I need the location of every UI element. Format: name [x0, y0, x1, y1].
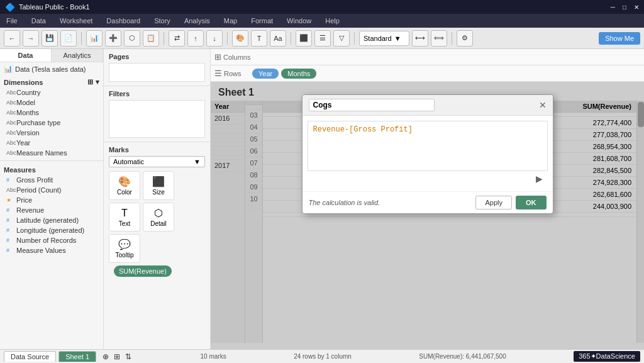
marks-type-label: Automatic: [113, 158, 144, 165]
text-icon: T: [121, 208, 128, 219]
swap-rows-cols-button[interactable]: ⇄: [169, 30, 185, 47]
sort-asc-button[interactable]: ↑: [187, 30, 204, 47]
title-bar-text: Tableau Public - Book1: [19, 3, 90, 11]
paste-button[interactable]: 📋: [143, 30, 159, 47]
marks-size-label: Size: [152, 189, 164, 196]
label-btn[interactable]: T: [251, 30, 267, 47]
title-bar: 🔷 Tableau Public - Book1 ─ □ ✕: [0, 0, 644, 14]
group-btn[interactable]: ⬛: [296, 30, 312, 47]
fit-width-button[interactable]: ⟷: [412, 30, 428, 47]
measure-latitude[interactable]: # Latitude (generated): [0, 215, 103, 225]
hash-icon: #: [6, 177, 14, 183]
year-pill[interactable]: Year: [252, 69, 279, 79]
sort-desc-button[interactable]: ↓: [206, 30, 223, 47]
dim-measure-names-label: Measure Names: [16, 149, 67, 157]
measure-gross-profit-label: Gross Profit: [16, 176, 53, 184]
measure-price-label: Price: [16, 196, 32, 204]
expand-dimensions-icon[interactable]: ▾: [96, 78, 99, 86]
save-button[interactable]: 💾: [42, 30, 58, 47]
fit-height-button[interactable]: ⟺: [431, 30, 447, 47]
filters-section: Filters: [104, 86, 210, 142]
dialog-title-input[interactable]: [309, 99, 435, 111]
menu-analysis[interactable]: Analysis: [182, 16, 213, 26]
measure-price[interactable]: ★ Price: [0, 195, 103, 205]
measure-revenue[interactable]: # Revenue: [0, 205, 103, 215]
measure-period-count[interactable]: Abc Period (Count): [0, 185, 103, 195]
measure-latitude-label: Latitude (generated): [16, 216, 79, 224]
apply-button[interactable]: Apply: [475, 196, 512, 209]
marks-detail-label: Detail: [150, 220, 167, 227]
expand-icon[interactable]: ▶: [536, 174, 543, 184]
minimize-button[interactable]: ─: [611, 4, 615, 11]
filter-btn[interactable]: ▽: [333, 30, 350, 47]
columns-label: ⊞ Columns: [214, 52, 252, 62]
dim-purchase-type[interactable]: Abc Purchase type: [0, 118, 103, 128]
dim-country[interactable]: Abc Country: [0, 87, 103, 98]
dim-model[interactable]: Abc Model: [0, 98, 103, 108]
tableau-icon: 🔷: [5, 3, 15, 12]
maximize-button[interactable]: □: [623, 4, 626, 11]
add-sheet-button[interactable]: ➕: [105, 30, 121, 47]
menu-worksheet[interactable]: Worksheet: [57, 16, 95, 26]
view-mode-dropdown[interactable]: Standard ▼: [359, 31, 409, 46]
toolbar-sep-3: [227, 32, 228, 45]
marks-type-dropdown[interactable]: Automatic ▼: [109, 156, 205, 167]
menu-story[interactable]: Story: [152, 16, 173, 26]
dim-months[interactable]: Abc Months: [0, 108, 103, 118]
months-pill[interactable]: Months: [281, 69, 316, 79]
bottom-bar: Data Source Sheet 1 ⊕ ⊞ ⇅ 10 marks 24 ro…: [0, 349, 644, 363]
marks-tooltip-btn[interactable]: 💬 Tooltip: [109, 234, 140, 263]
new-button[interactable]: 📄: [60, 30, 77, 47]
measure-num-records[interactable]: # Number of Records: [0, 235, 103, 245]
star-icon: ★: [6, 197, 14, 203]
columns-shelf: ⊞ Columns: [211, 49, 644, 65]
menu-map[interactable]: Map: [221, 16, 240, 26]
sort-sheet-icon[interactable]: ⇅: [124, 351, 133, 362]
dim-version[interactable]: Abc Version: [0, 128, 103, 138]
tab-analytics[interactable]: Analytics: [52, 49, 103, 62]
menu-format[interactable]: Format: [248, 16, 275, 26]
menu-window[interactable]: Window: [284, 16, 314, 26]
calculated-field-dialog: ✕ Revenue-[Gross Profit] ▶ The calculati…: [302, 94, 553, 214]
connect-data-button[interactable]: 📊: [86, 30, 103, 47]
ok-button[interactable]: OK: [516, 196, 547, 209]
duplicate-sheet-icon[interactable]: ⊞: [113, 351, 121, 362]
back-button[interactable]: ←: [4, 30, 20, 47]
menu-dashboard[interactable]: Dashboard: [104, 16, 143, 26]
share-button[interactable]: ⚙: [457, 30, 473, 47]
menu-data[interactable]: Data: [29, 16, 48, 26]
marks-detail-btn[interactable]: ⬡ Detail: [143, 203, 174, 232]
highlight-btn[interactable]: ☰: [314, 30, 331, 47]
section-divider: [0, 160, 103, 161]
sort-dimensions-icon[interactable]: ⊞: [87, 78, 93, 86]
dialog-close-button[interactable]: ✕: [539, 100, 547, 110]
data-source-item[interactable]: 📊 Data (Tesla sales data): [0, 62, 103, 75]
menu-file[interactable]: File: [4, 16, 20, 26]
dialog-header: ✕: [303, 95, 553, 116]
close-button[interactable]: ✕: [634, 4, 639, 11]
add-sheet-icon[interactable]: ⊕: [101, 351, 110, 362]
menu-help[interactable]: Help: [323, 16, 342, 26]
marks-text-label: Text: [119, 220, 130, 227]
tab-data[interactable]: Data: [0, 49, 52, 62]
dim-measure-names[interactable]: Abc Measure Names: [0, 148, 103, 158]
color-btn[interactable]: 🎨: [232, 30, 248, 47]
measure-values-label: Measure Values: [16, 247, 66, 254]
data-source-tab[interactable]: Data Source: [4, 351, 56, 362]
marks-size-btn[interactable]: ⬛ Size: [143, 171, 174, 200]
show-me-button[interactable]: Show Me: [599, 32, 640, 45]
sum-revenue-pill[interactable]: SUM(Revenue): [114, 265, 172, 277]
measure-longitude[interactable]: # Longitude (generated): [0, 225, 103, 235]
dim-year[interactable]: Abc Year: [0, 138, 103, 148]
sheet1-tab[interactable]: Sheet 1: [58, 351, 96, 362]
formula-editor[interactable]: Revenue-[Gross Profit]: [308, 121, 548, 171]
measure-period-count-label: Period (Count): [16, 186, 62, 194]
measure-gross-profit[interactable]: # Gross Profit: [0, 175, 103, 185]
duplicate-button[interactable]: ⬡: [124, 30, 140, 47]
marks-section: Marks Automatic ▼ 🎨 Color ⬛ Size T Text: [104, 142, 210, 281]
measure-values[interactable]: # Measure Values: [0, 245, 103, 255]
marks-color-btn[interactable]: 🎨 Color: [109, 171, 140, 200]
forward-button[interactable]: →: [23, 30, 39, 47]
marks-text-btn[interactable]: T Text: [109, 203, 140, 232]
format-btn[interactable]: Aa: [270, 30, 286, 47]
